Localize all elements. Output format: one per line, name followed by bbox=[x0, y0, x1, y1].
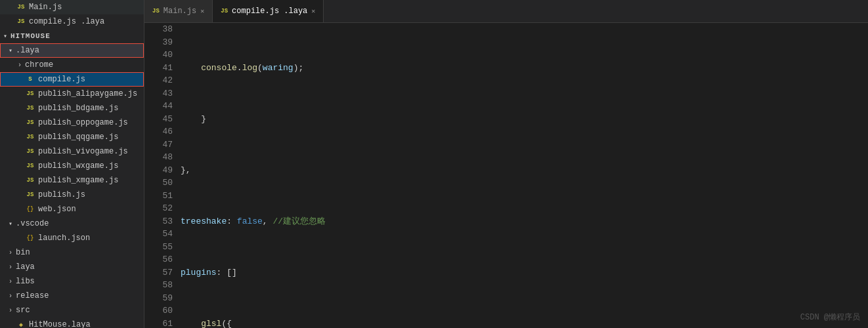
sidebar-item-publish-vivogame[interactable]: JS publish_vivogame.js bbox=[0, 144, 144, 159]
tab-compilejs[interactable]: JS compile.js .laya ✕ bbox=[213, 0, 324, 22]
json-icon: {} bbox=[25, 206, 35, 213]
folder-arrow bbox=[5, 220, 16, 228]
js-icon: JS bbox=[25, 192, 35, 198]
tab-label-compilejs: compile.js .laya bbox=[232, 7, 307, 16]
sidebar-label-publish-bdgame: publish_bdgame.js bbox=[38, 104, 144, 113]
sidebar-label-publish-qqgame: publish_qqgame.js bbox=[38, 133, 144, 142]
tab-close-compilejs[interactable]: ✕ bbox=[311, 7, 315, 15]
editor-area: JS Main.js ✕ JS compile.js .laya ✕ 38 39… bbox=[144, 0, 868, 328]
sidebar-label-chrome: chrome bbox=[25, 60, 144, 70]
sidebar-item-release[interactable]: release bbox=[0, 289, 144, 303]
sidebar-label-laya: .laya bbox=[16, 46, 144, 55]
js-tab-icon2: JS bbox=[221, 8, 228, 14]
sidebar-label-laya2: laya bbox=[16, 262, 144, 272]
folder-arrow bbox=[14, 62, 25, 69]
sidebar-label-publish-alipaygame: publish_alipaygame.js bbox=[38, 89, 144, 98]
sidebar-item-web-json[interactable]: {} web.json bbox=[0, 202, 144, 216]
sidebar-label-hitmouse-laya: HitMouse.laya bbox=[29, 320, 144, 328]
folder-arrow bbox=[5, 307, 16, 314]
js-icon: S bbox=[25, 76, 35, 83]
code-editor[interactable]: console.log(waring); } }, treeshake: fal… bbox=[181, 23, 868, 328]
sidebar: JS Main.js JS compile.js .laya HITMOUSE … bbox=[0, 0, 144, 328]
sidebar-label-publish-js: publish.js bbox=[38, 190, 144, 199]
sidebar-item-hitmouse-laya[interactable]: ◈ HitMouse.laya bbox=[0, 318, 144, 328]
sidebar-item-compilejs-tab[interactable]: JS compile.js .laya bbox=[0, 14, 144, 29]
js-icon: JS bbox=[25, 163, 35, 169]
sidebar-item-compilejs[interactable]: S compile.js bbox=[0, 72, 144, 87]
code-line-42: plugins: [] bbox=[181, 266, 855, 279]
sidebar-item-publish-js[interactable]: JS publish.js bbox=[0, 188, 144, 202]
sidebar-item-laya2[interactable]: laya bbox=[0, 260, 144, 274]
sidebar-item-src[interactable]: src bbox=[0, 303, 144, 318]
js-icon: JS bbox=[25, 148, 35, 155]
js-icon: JS bbox=[25, 91, 35, 97]
sidebar-label-compilejs-tab: compile.js .laya bbox=[29, 17, 144, 26]
sidebar-item-hitmouse[interactable]: HITMOUSE bbox=[0, 29, 144, 43]
tab-close-mainjs[interactable]: ✕ bbox=[200, 7, 204, 15]
sidebar-item-laya[interactable]: .laya bbox=[0, 43, 144, 58]
sidebar-item-bin[interactable]: bin bbox=[0, 245, 144, 260]
sidebar-label-hitmouse: HITMOUSE bbox=[11, 32, 144, 40]
js-icon: JS bbox=[25, 119, 35, 126]
tab-bar: JS Main.js ✕ JS compile.js .laya ✕ bbox=[144, 0, 868, 23]
folder-arrow bbox=[5, 264, 16, 271]
sidebar-item-publish-bdgame[interactable]: JS publish_bdgame.js bbox=[0, 101, 144, 115]
sidebar-label-publish-oppogame: publish_oppogame.js bbox=[38, 118, 144, 127]
json-icon: {} bbox=[25, 235, 35, 241]
watermark: CSDN @懒程序员 bbox=[800, 312, 860, 323]
sidebar-item-publish-alipaygame[interactable]: JS publish_alipaygame.js bbox=[0, 87, 144, 101]
sidebar-item-libs[interactable]: libs bbox=[0, 274, 144, 289]
folder-arrow bbox=[5, 278, 16, 285]
code-line-43: glsl({ bbox=[181, 318, 855, 329]
sidebar-item-publish-qqgame[interactable]: JS publish_qqgame.js bbox=[0, 130, 144, 144]
sidebar-label-libs: libs bbox=[16, 277, 144, 286]
code-line-39: } bbox=[181, 113, 855, 126]
js-icon: JS bbox=[16, 4, 26, 10]
code-line-38: console.log(waring); bbox=[181, 62, 855, 75]
sidebar-label-src: src bbox=[16, 306, 144, 315]
sidebar-label-bin: bin bbox=[16, 248, 144, 257]
code-container[interactable]: 38 39 40 41 42 43 44 45 46 47 48 49 50 5… bbox=[144, 23, 868, 328]
tab-label-mainjs: Main.js bbox=[163, 7, 196, 16]
sidebar-label-publish-xmgame: publish_xmgame.js bbox=[38, 176, 144, 185]
folder-arrow bbox=[5, 249, 16, 256]
sidebar-label-release: release bbox=[16, 291, 144, 300]
folder-arrow bbox=[0, 32, 11, 40]
code-line-41: treeshake: false, //建议您忽略 bbox=[181, 215, 855, 228]
sidebar-item-publish-xmgame[interactable]: JS publish_xmgame.js bbox=[0, 173, 144, 188]
sidebar-item-launch-json[interactable]: {} launch.json bbox=[0, 231, 144, 245]
js-icon: JS bbox=[16, 18, 26, 25]
folder-arrow bbox=[5, 293, 16, 300]
js-icon: JS bbox=[25, 177, 35, 184]
sidebar-label-launch-json: launch.json bbox=[38, 234, 144, 243]
code-line-40: }, bbox=[181, 164, 855, 177]
sidebar-label-mainjs: Main.js bbox=[29, 3, 144, 12]
sidebar-item-vscode[interactable]: .vscode bbox=[0, 216, 144, 231]
sidebar-label-vscode: .vscode bbox=[16, 219, 144, 228]
line-numbers: 38 39 40 41 42 43 44 45 46 47 48 49 50 5… bbox=[144, 23, 181, 328]
sidebar-label-web-json: web.json bbox=[38, 205, 144, 214]
sidebar-label-publish-vivogame: publish_vivogame.js bbox=[38, 147, 144, 156]
sidebar-label-publish-wxgame: publish_wxgame.js bbox=[38, 161, 144, 171]
sidebar-label-compilejs: compile.js bbox=[38, 75, 144, 84]
sidebar-item-publish-oppogame[interactable]: JS publish_oppogame.js bbox=[0, 115, 144, 130]
sidebar-item-chrome[interactable]: chrome bbox=[0, 58, 144, 72]
sidebar-item-mainjs[interactable]: JS Main.js bbox=[0, 0, 144, 14]
folder-arrow bbox=[5, 47, 16, 54]
js-icon: JS bbox=[25, 134, 35, 140]
sidebar-item-publish-wxgame[interactable]: JS publish_wxgame.js bbox=[0, 159, 144, 173]
js-tab-icon: JS bbox=[152, 8, 160, 14]
laya-icon: ◈ bbox=[16, 321, 26, 328]
js-icon: JS bbox=[25, 105, 35, 112]
tab-mainjs[interactable]: JS Main.js ✕ bbox=[144, 0, 213, 22]
